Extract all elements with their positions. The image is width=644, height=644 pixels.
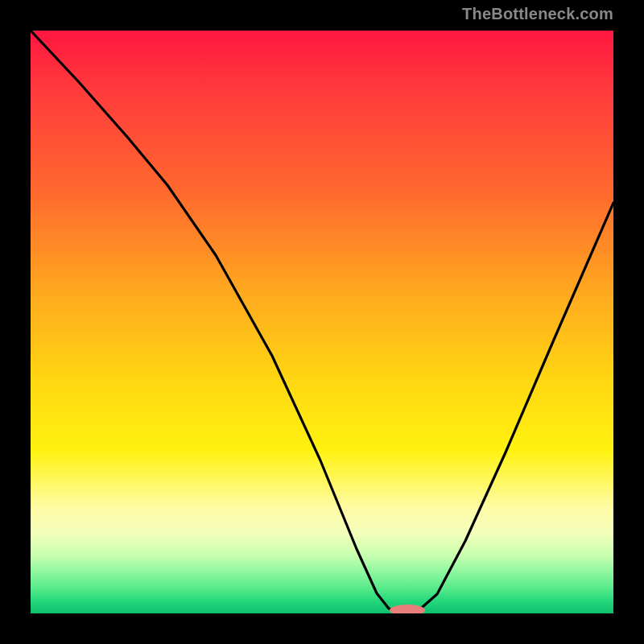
frame: TheBottleneck.com	[0, 0, 644, 644]
watermark-text: TheBottleneck.com	[462, 5, 613, 23]
bottleneck-curve	[31, 31, 613, 612]
curve-layer	[31, 31, 613, 613]
plot-area	[31, 31, 613, 613]
balance-zone-marker	[390, 605, 425, 613]
